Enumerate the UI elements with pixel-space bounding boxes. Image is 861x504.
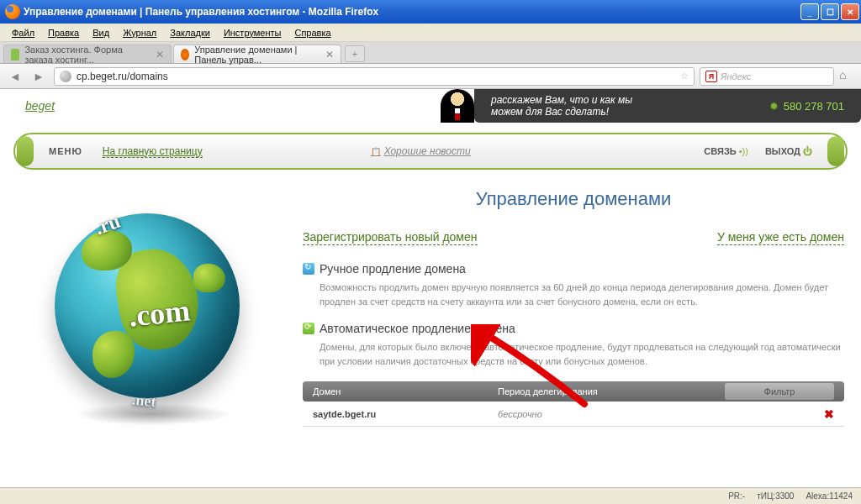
url-text: cp.beget.ru/domains bbox=[77, 71, 675, 82]
firefox-icon bbox=[5, 4, 20, 19]
manual-renew-text: Возможность продлить домен вручную появл… bbox=[303, 281, 844, 308]
have-domain-link[interactable]: У меня уже есть домен bbox=[717, 230, 844, 245]
banner: beget расскажем Вам, что и как мы можем … bbox=[0, 89, 861, 123]
nav-news-link[interactable]: Хорошие новости bbox=[371, 145, 471, 157]
slogan-line2: можем для Вас сделать! bbox=[491, 106, 632, 118]
window-titlebar: Управление доменами | Панель управления … bbox=[0, 0, 861, 24]
slogan-line1: расскажем Вам, что и как мы bbox=[491, 94, 632, 106]
auto-renew-text: Домены, для которых было включено автома… bbox=[303, 340, 844, 368]
auto-renew-title: Автоматическое продление домена bbox=[320, 322, 515, 335]
address-bar: ◄ ► cp.beget.ru/domains ☆ Я Яндекс ⌂ bbox=[0, 64, 861, 89]
filter-button[interactable]: Фильтр bbox=[725, 383, 834, 400]
support-person-icon bbox=[441, 89, 474, 123]
menu-bar: Файл Правка Вид Журнал Закладки Инструме… bbox=[0, 24, 861, 42]
window-title: Управление доменами | Панель управления … bbox=[24, 6, 800, 18]
domain-table-header: Домен Период делегирования Фильтр bbox=[303, 381, 844, 402]
nav-menu-button[interactable]: МЕНЮ bbox=[49, 146, 82, 156]
menu-tools[interactable]: Инструменты bbox=[217, 26, 288, 39]
menu-history[interactable]: Журнал bbox=[116, 26, 163, 39]
tab-bar: Заказ хостинга. Форма заказа хостинг... … bbox=[0, 42, 861, 64]
domain-cell: saytde.bget.ru bbox=[313, 409, 498, 419]
beget-logo[interactable]: beget bbox=[25, 99, 55, 113]
slogan-box: расскажем Вам, что и как мы можем для Ва… bbox=[474, 89, 861, 123]
status-bar: PR:- тИЦ:3300 Alexa:11424 bbox=[0, 487, 861, 504]
globe-illustration: .ru .com .net bbox=[55, 213, 256, 415]
menu-edit[interactable]: Правка bbox=[41, 26, 86, 39]
th-period: Период делегирования bbox=[498, 386, 725, 396]
search-input[interactable]: Я Яндекс bbox=[700, 67, 834, 86]
menu-bookmarks[interactable]: Закладки bbox=[163, 26, 217, 39]
back-button[interactable]: ◄ bbox=[5, 67, 25, 86]
period-cell: бессрочно bbox=[498, 409, 824, 419]
tab-1-close-icon[interactable]: ✕ bbox=[156, 49, 164, 60]
register-domain-link[interactable]: Зарегистрировать новый домен bbox=[303, 230, 478, 245]
tld-com-label: .com bbox=[127, 292, 192, 333]
bookmark-star-icon[interactable]: ☆ bbox=[680, 71, 689, 81]
minimize-button[interactable]: _ bbox=[800, 3, 819, 20]
page-content: beget расскажем Вам, что и как мы можем … bbox=[0, 89, 861, 487]
tab-2-label: Управление доменами | Панель управ... bbox=[194, 45, 320, 65]
table-row: saytde.bget.ru бессрочно ✖ bbox=[303, 402, 844, 427]
menu-view[interactable]: Вид bbox=[86, 26, 116, 39]
firefox-favicon-icon bbox=[181, 49, 189, 60]
home-button[interactable]: ⌂ bbox=[839, 68, 856, 85]
delete-domain-icon[interactable]: ✖ bbox=[824, 407, 834, 421]
manual-renew-icon bbox=[303, 263, 314, 275]
tab-1-label: Заказ хостинга. Форма заказа хостинг... bbox=[24, 45, 151, 65]
site-identity-icon bbox=[60, 71, 71, 82]
menu-help[interactable]: Справка bbox=[288, 26, 337, 39]
auto-renew-icon bbox=[303, 323, 314, 334]
new-tab-button[interactable]: + bbox=[345, 45, 365, 62]
beget-favicon-icon bbox=[11, 49, 19, 60]
forward-button[interactable]: ► bbox=[29, 67, 49, 86]
menu-file[interactable]: Файл bbox=[5, 26, 41, 39]
status-tic: тИЦ:3300 bbox=[757, 491, 794, 501]
url-input[interactable]: cp.beget.ru/domains ☆ bbox=[54, 67, 695, 86]
main-nav: МЕНЮ На главную страницу Хорошие новости… bbox=[13, 133, 848, 170]
tab-1[interactable]: Заказ хостинга. Форма заказа хостинг... … bbox=[3, 45, 172, 63]
nav-contact-button[interactable]: СВЯЗЬ bbox=[704, 146, 748, 156]
tab-2-close-icon[interactable]: ✕ bbox=[325, 49, 334, 60]
tab-2-active[interactable]: Управление доменами | Панель управ... ✕ bbox=[173, 45, 341, 63]
nav-exit-button[interactable]: ВЫХОД bbox=[765, 146, 812, 156]
maximize-button[interactable]: ☐ bbox=[821, 3, 839, 20]
th-domain: Домен bbox=[313, 386, 498, 396]
manual-renew-title: Ручное продление домена bbox=[320, 262, 466, 276]
close-button[interactable]: ✕ bbox=[841, 3, 859, 20]
yandex-icon: Я bbox=[705, 71, 717, 82]
nav-home-link[interactable]: На главную страницу bbox=[103, 145, 203, 158]
search-placeholder: Яндекс bbox=[721, 71, 751, 81]
status-alexa: Alexa:11424 bbox=[806, 491, 853, 501]
status-pr: PR:- bbox=[728, 491, 745, 501]
phone-number: 580 278 701 bbox=[769, 100, 844, 113]
page-title: Управление доменами bbox=[303, 188, 844, 210]
